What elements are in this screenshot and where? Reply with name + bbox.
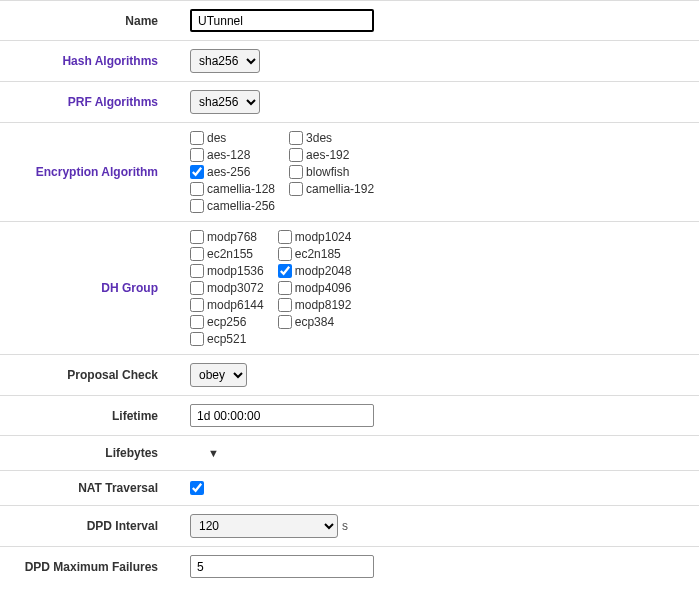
encryption-checkbox[interactable]	[289, 148, 303, 162]
dpd-interval-unit: s	[342, 519, 348, 533]
encryption-option: camellia-128	[190, 182, 275, 196]
encryption-option-label: blowfish	[306, 165, 349, 179]
dh-checkbox[interactable]	[190, 264, 204, 278]
encryption-option: 3des	[289, 131, 374, 145]
dh-checkbox[interactable]	[190, 281, 204, 295]
dh-option: modp1536	[190, 264, 264, 278]
encryption-option-label: 3des	[306, 131, 332, 145]
encryption-option: aes-128	[190, 148, 275, 162]
encryption-option-label: aes-192	[306, 148, 349, 162]
dh-option: modp1024	[278, 230, 352, 244]
dh-option-label: modp3072	[207, 281, 264, 295]
dh-option-label: ec2n155	[207, 247, 253, 261]
proposal-check-select[interactable]: obey	[190, 363, 247, 387]
hash-algorithms-label[interactable]: Hash Algorithms	[0, 54, 190, 68]
dh-group-label[interactable]: DH Group	[0, 281, 190, 295]
dh-option-label: modp2048	[295, 264, 352, 278]
dh-checkbox[interactable]	[278, 247, 292, 261]
prf-algorithms-label[interactable]: PRF Algorithms	[0, 95, 190, 109]
lifebytes-label: Lifebytes	[0, 446, 190, 460]
dh-checkbox[interactable]	[190, 332, 204, 346]
dh-option: modp6144	[190, 298, 264, 312]
encryption-algorithm-grid: desaes-128aes-256camellia-128camellia-25…	[190, 131, 374, 213]
proposal-check-label: Proposal Check	[0, 368, 190, 382]
dpd-interval-label: DPD Interval	[0, 519, 190, 533]
dh-option-label: ecp521	[207, 332, 246, 346]
dh-checkbox[interactable]	[190, 298, 204, 312]
dh-option: modp2048	[278, 264, 352, 278]
dh-option: modp8192	[278, 298, 352, 312]
encryption-checkbox[interactable]	[190, 131, 204, 145]
encryption-option: aes-192	[289, 148, 374, 162]
dpd-max-failures-input[interactable]	[190, 555, 374, 578]
dh-group-grid: modp768ec2n155modp1536modp3072modp6144ec…	[190, 230, 351, 346]
dh-checkbox[interactable]	[278, 264, 292, 278]
dh-option-label: ecp256	[207, 315, 246, 329]
encryption-option-label: aes-128	[207, 148, 250, 162]
encryption-option: blowfish	[289, 165, 374, 179]
dh-checkbox[interactable]	[190, 247, 204, 261]
dh-checkbox[interactable]	[278, 315, 292, 329]
encryption-algorithm-label[interactable]: Encryption Algorithm	[0, 165, 190, 179]
encryption-checkbox[interactable]	[289, 165, 303, 179]
dh-option: modp3072	[190, 281, 264, 295]
dh-checkbox[interactable]	[278, 298, 292, 312]
encryption-option-label: camellia-192	[306, 182, 374, 196]
encryption-checkbox[interactable]	[190, 182, 204, 196]
dh-option: modp4096	[278, 281, 352, 295]
dh-option-label: modp1024	[295, 230, 352, 244]
dpd-max-failures-label: DPD Maximum Failures	[0, 560, 190, 574]
encryption-option-label: des	[207, 131, 226, 145]
encryption-checkbox[interactable]	[289, 131, 303, 145]
dh-option-label: ec2n185	[295, 247, 341, 261]
dh-option: ec2n185	[278, 247, 352, 261]
dh-checkbox[interactable]	[190, 315, 204, 329]
name-label: Name	[0, 14, 190, 28]
encryption-option-label: camellia-128	[207, 182, 275, 196]
encryption-option-label: aes-256	[207, 165, 250, 179]
dh-option-label: ecp384	[295, 315, 334, 329]
nat-traversal-checkbox[interactable]	[190, 481, 204, 495]
encryption-option: des	[190, 131, 275, 145]
dpd-interval-select[interactable]: 120	[190, 514, 338, 538]
encryption-option: aes-256	[190, 165, 275, 179]
dh-option-label: modp6144	[207, 298, 264, 312]
encryption-checkbox[interactable]	[190, 199, 204, 213]
dh-option-label: modp4096	[295, 281, 352, 295]
expand-down-icon[interactable]: ▼	[208, 447, 219, 459]
prf-algorithms-select[interactable]: sha256	[190, 90, 260, 114]
dh-option: ecp521	[190, 332, 264, 346]
dh-checkbox[interactable]	[278, 230, 292, 244]
name-input[interactable]	[190, 9, 374, 32]
encryption-checkbox[interactable]	[190, 165, 204, 179]
encryption-checkbox[interactable]	[190, 148, 204, 162]
lifetime-input[interactable]	[190, 404, 374, 427]
dh-option: ecp256	[190, 315, 264, 329]
dh-option-label: modp768	[207, 230, 257, 244]
encryption-checkbox[interactable]	[289, 182, 303, 196]
encryption-option: camellia-256	[190, 199, 275, 213]
dh-checkbox[interactable]	[190, 230, 204, 244]
dh-option-label: modp1536	[207, 264, 264, 278]
dh-option-label: modp8192	[295, 298, 352, 312]
nat-traversal-label: NAT Traversal	[0, 481, 190, 495]
hash-algorithms-select[interactable]: sha256	[190, 49, 260, 73]
dh-checkbox[interactable]	[278, 281, 292, 295]
dh-option: modp768	[190, 230, 264, 244]
lifetime-label: Lifetime	[0, 409, 190, 423]
encryption-option-label: camellia-256	[207, 199, 275, 213]
dh-option: ec2n155	[190, 247, 264, 261]
dh-option: ecp384	[278, 315, 352, 329]
encryption-option: camellia-192	[289, 182, 374, 196]
